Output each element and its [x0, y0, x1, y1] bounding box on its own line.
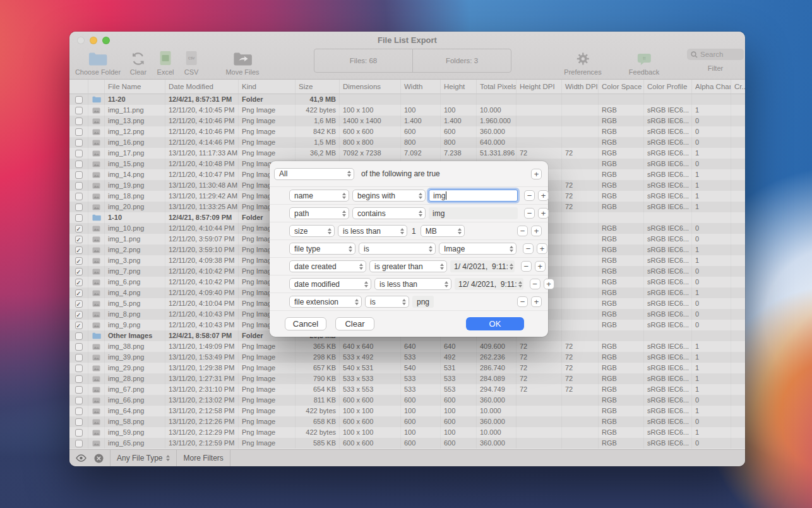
row-checkbox[interactable]: ✓ — [75, 257, 83, 265]
row-checkbox[interactable] — [75, 96, 83, 104]
table-row[interactable]: img_67.png13/11/20, 2:31:10 PMPng Image6… — [69, 384, 745, 395]
add-rule-button[interactable]: + — [538, 208, 549, 219]
column-header[interactable] — [69, 80, 88, 94]
row-checkbox[interactable] — [75, 128, 83, 136]
remove-rule-button[interactable]: − — [517, 296, 528, 307]
row-checkbox[interactable]: ✓ — [75, 311, 83, 318]
operator-dropdown[interactable]: is — [365, 296, 409, 308]
table-row[interactable]: img_59.png13/11/20, 2:12:29 PMPng Image4… — [69, 427, 745, 438]
column-header[interactable]: Cr... — [731, 80, 745, 94]
add-rule-button[interactable]: + — [535, 261, 546, 272]
unit-dropdown[interactable]: MB — [421, 225, 465, 237]
clear-button[interactable]: Clear — [130, 48, 146, 76]
column-header[interactable]: Height — [441, 80, 477, 94]
preferences-button[interactable]: Preferences — [564, 48, 601, 76]
add-rule-button[interactable]: + — [531, 226, 542, 236]
row-checkbox[interactable] — [75, 418, 83, 426]
remove-rule-button[interactable]: − — [523, 243, 534, 254]
table-row[interactable]: img_64.png13/11/20, 2:12:58 PMPng Image4… — [69, 406, 745, 416]
row-checkbox[interactable] — [75, 397, 83, 404]
row-checkbox[interactable] — [75, 107, 83, 114]
table-row[interactable]: img_38.png13/11/20, 1:49:09 PMPng Image3… — [69, 341, 745, 352]
column-header[interactable]: Alpha Chan... — [692, 80, 731, 94]
field-dropdown[interactable]: size — [289, 225, 335, 237]
row-checkbox[interactable] — [75, 203, 83, 211]
column-header[interactable]: Total Pixels — [477, 80, 516, 94]
field-dropdown[interactable]: file type — [289, 243, 355, 255]
row-checkbox[interactable] — [75, 429, 83, 437]
row-checkbox[interactable]: ✓ — [75, 300, 83, 308]
row-checkbox[interactable] — [75, 354, 83, 361]
row-checkbox[interactable]: ✓ — [75, 246, 83, 254]
value-number[interactable]: 1 — [410, 227, 417, 236]
table-row[interactable]: img_65.png13/11/20, 2:12:59 PMPng Image5… — [69, 438, 745, 449]
choose-folder-button[interactable]: Choose Folder — [75, 48, 121, 76]
date-stepper[interactable]: 12/ 4/2021, 9:11: — [455, 278, 523, 290]
add-rule-button[interactable]: + — [537, 243, 547, 254]
row-checkbox[interactable]: ✓ — [75, 322, 83, 329]
table-row[interactable]: img_17.png13/11/20, 11:17:33 AMPng Image… — [69, 148, 745, 159]
date-stepper[interactable]: 1/ 4/2021, 9:11: — [450, 260, 515, 272]
table-row[interactable]: img_12.png12/11/20, 4:10:46 PMPng Image8… — [69, 126, 745, 137]
column-header[interactable]: File Name — [105, 80, 165, 94]
row-checkbox[interactable] — [75, 440, 83, 447]
field-dropdown[interactable]: file extension — [289, 296, 362, 308]
field-dropdown[interactable]: path — [289, 207, 349, 219]
row-checkbox[interactable] — [75, 408, 83, 415]
operator-dropdown[interactable]: is greater than — [369, 260, 447, 272]
operator-dropdown[interactable]: contains — [352, 207, 426, 219]
match-dropdown[interactable]: All — [274, 168, 354, 180]
table-row[interactable]: img_58.png13/11/20, 2:12:26 PMPng Image6… — [69, 416, 745, 427]
value-input[interactable]: img — [429, 190, 518, 202]
column-header[interactable]: Size — [296, 80, 340, 94]
add-rule-button[interactable]: + — [531, 169, 542, 179]
row-checkbox[interactable]: ✓ — [75, 289, 83, 297]
table-row[interactable]: img_39.png13/11/20, 1:53:49 PMPng Image2… — [69, 352, 745, 363]
feedback-button[interactable]: !! Feedback — [629, 48, 659, 76]
row-checkbox[interactable] — [75, 375, 83, 383]
operator-dropdown[interactable]: begins with — [352, 190, 426, 202]
table-row[interactable]: img_28.png13/11/20, 1:27:31 PMPng Image7… — [69, 373, 745, 384]
row-checkbox[interactable] — [75, 171, 83, 179]
operator-dropdown[interactable]: is less than — [374, 278, 451, 290]
add-rule-button[interactable]: + — [538, 190, 549, 201]
add-rule-button[interactable]: + — [544, 279, 554, 289]
field-dropdown[interactable]: name — [289, 190, 349, 202]
search-field[interactable]: Search — [687, 49, 744, 60]
cancel-button[interactable]: Cancel — [285, 317, 326, 330]
column-header[interactable] — [88, 80, 105, 94]
row-checkbox[interactable] — [75, 386, 83, 394]
remove-rule-button[interactable]: − — [524, 208, 535, 219]
field-dropdown[interactable]: date created — [289, 260, 366, 272]
row-checkbox[interactable]: ✓ — [75, 236, 83, 243]
row-checkbox[interactable]: ✓ — [75, 225, 83, 233]
row-checkbox[interactable]: ✓ — [75, 268, 83, 275]
clear-rules-button[interactable]: Clear — [335, 317, 374, 330]
row-checkbox[interactable] — [75, 365, 83, 372]
column-header[interactable]: Color Space — [599, 80, 644, 94]
column-header[interactable]: Color Profile — [644, 80, 692, 94]
column-header[interactable]: Date Modified — [165, 80, 239, 94]
column-header[interactable]: Height DPI — [516, 80, 562, 94]
value-text[interactable]: png — [412, 296, 434, 308]
row-checkbox[interactable] — [75, 182, 83, 190]
table-row[interactable]: img_11.png12/11/20, 4:10:45 PMPng Image4… — [69, 105, 745, 116]
move-files-button[interactable]: Move Files — [225, 48, 259, 76]
row-checkbox[interactable] — [75, 332, 83, 340]
preview-toggle[interactable] — [69, 450, 93, 466]
row-checkbox[interactable] — [75, 343, 83, 351]
column-header[interactable]: Width DPI — [562, 80, 599, 94]
table-row[interactable]: img_16.png12/11/20, 4:14:46 PMPng Image1… — [69, 137, 745, 148]
table-row[interactable]: img_13.png12/11/20, 4:10:46 PMPng Image1… — [69, 116, 745, 126]
csv-export-button[interactable]: CSV CSV — [184, 48, 199, 76]
more-filters-button[interactable]: More Filters — [177, 450, 229, 466]
row-checkbox[interactable] — [75, 193, 83, 200]
table-row[interactable]: img_29.png13/11/20, 1:29:38 PMPng Image6… — [69, 363, 745, 373]
remove-rule-button[interactable]: − — [524, 190, 535, 201]
table-row[interactable]: img_66.png13/11/20, 2:13:02 PMPng Image8… — [69, 395, 745, 406]
row-checkbox[interactable] — [75, 150, 83, 157]
file-type-dropdown[interactable]: Any File Type — [110, 450, 176, 466]
row-checkbox[interactable]: ✓ — [75, 279, 83, 286]
clear-filter-button[interactable] — [93, 450, 110, 466]
operator-dropdown[interactable]: is less than — [338, 225, 407, 237]
